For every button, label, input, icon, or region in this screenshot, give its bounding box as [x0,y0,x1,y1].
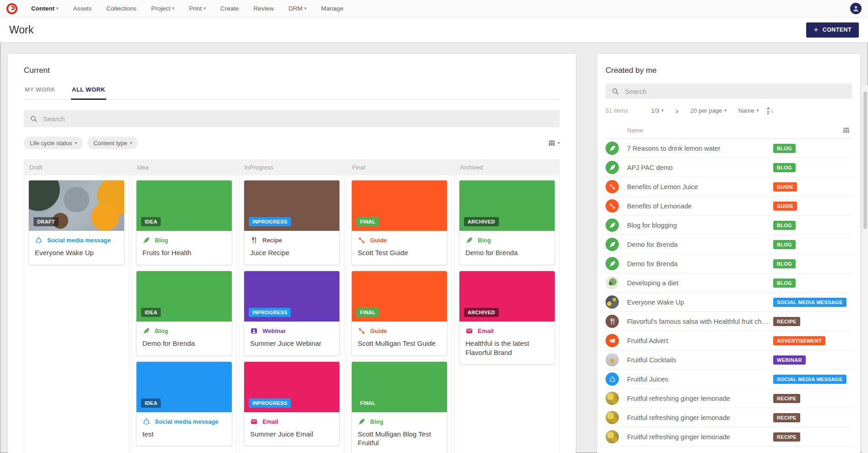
work-card[interactable]: INPROGRESSRecipeJuice Recipe [244,180,340,265]
row-thumbnail [606,161,619,174]
work-card[interactable]: ARCHIVEDBlogDemo for Brenda [459,180,555,265]
nav-item-label: Review [253,5,273,12]
share-icon [35,236,43,244]
table-row[interactable]: Blog for bloggingBLOG [606,216,852,235]
filter-content-type[interactable]: Content type▾ [87,136,138,149]
chevron-down-icon: ▾ [130,141,132,145]
table-row[interactable]: Benefits of Lemon JuiceGUIDE [606,177,852,196]
table-row[interactable]: Developing a dietBLOG [606,273,852,293]
sort-direction-button[interactable]: AZ ↓ [767,107,773,115]
work-card[interactable]: FINALGuideScott Mulligan Test Guide [351,271,448,356]
content-type-text: Blog [155,327,168,334]
page-selector[interactable]: 1/3 ▾ [651,107,664,114]
row-badge-cell: ADVERTISEMENT [773,336,852,345]
nav-items: Content▾AssetsCollectionsProject▾Print▾C… [31,5,344,12]
nav-item-drm[interactable]: DRM▾ [289,5,306,12]
chevron-down-icon: ▾ [557,141,560,145]
chevron-down-icon: ▾ [661,109,664,113]
table-row[interactable]: Fruitful refreshing ginger lemonadeRECIP… [606,408,852,427]
nav-item-manage[interactable]: Manage [321,5,344,12]
content-type-label: Guide [358,236,441,244]
nav-item-create[interactable]: Create [220,5,239,12]
work-card[interactable]: FINALGuideScott Test Guide [351,180,448,265]
cutlery-icon [609,318,616,325]
nav-item-label: Create [220,5,239,12]
next-page-button[interactable]: › [676,106,678,115]
row-thumbnail [606,430,619,443]
arrows-icon [609,183,616,191]
card-body: Social media messageEveryone Wake Up [29,231,124,265]
status-badge: INPROGRESS [249,217,291,226]
sitecore-logo-icon[interactable] [6,3,17,14]
tab-all-work[interactable]: ALL WORK [71,86,106,100]
work-card[interactable]: FINALBlogScott Mulligan Blog Test Fruitf… [351,361,448,453]
work-card[interactable]: IDEABlogFruits for Health [136,180,232,265]
table-row[interactable]: Fruitful refreshing ginger lemonadeRECIP… [606,389,852,408]
page-scrollbar[interactable] [863,85,868,453]
columns-icon[interactable] [842,126,850,134]
status-badge: INPROGRESS [249,308,291,317]
card-title: Summer Juice Webinar [250,339,333,348]
row-name: Fruitful Cocktails [627,356,773,364]
table-row[interactable]: Flavorful's famous salsa with Healthful … [606,312,852,331]
table-row[interactable]: Demo for BrendaBLOG [606,254,852,273]
name-column-header[interactable]: Name [627,127,643,134]
work-tabs: MY WORK ALL WORK [24,86,560,100]
nav-item-content[interactable]: Content▾ [31,5,59,12]
work-card[interactable]: IDEASocial media messagetest [136,361,232,447]
table-row[interactable]: 7 Reasons to drink lemon waterBLOG [606,139,852,158]
feather-icon [609,222,616,229]
nav-item-print[interactable]: Print▾ [189,5,206,12]
sort-az-icon: AZ [767,107,770,115]
add-content-button[interactable]: + CONTENT [806,22,859,38]
card-body: BlogDemo for Brenda [459,231,555,265]
row-thumbnail [606,276,619,289]
content-type-text: Social media message [155,418,218,425]
row-badge-cell: SOCIAL MEDIA MESSAGE [773,298,852,307]
card-body: GuideScott Mulligan Test Guide [352,322,447,355]
per-page-selector[interactable]: 20 per page ▾ [690,107,726,114]
table-row[interactable]: Fruitful CocktailsWEBINAR [606,350,852,370]
filter-life-cycle-status[interactable]: Life cycle status▾ [24,136,83,149]
table-row[interactable]: APJ PAC demoBLOG [606,158,852,177]
row-name: Flavorful's famous salsa with Healthful … [627,318,773,325]
content-type-badge: WEBINAR [773,355,806,365]
content-type-text: Recipe [262,237,282,244]
created-search-input[interactable] [625,87,846,95]
table-row[interactable]: Demo for BrendaBLOG [606,235,852,254]
table-row[interactable]: Fruitful JuicesSOCIAL MEDIA MESSAGE [606,370,852,389]
nav-item-review[interactable]: Review [253,5,273,12]
sort-field-selector[interactable]: Name ▾ [738,107,759,114]
work-card[interactable]: ARCHIVEDEmailHealthful is the latest Fla… [459,271,555,365]
card-preview: ARCHIVED [459,271,555,322]
work-card[interactable]: IDEABlogDemo for Brenda [136,271,232,356]
row-badge-cell: GUIDE [773,202,852,211]
nav-item-assets[interactable]: Assets [73,5,92,12]
scrollbar-thumb[interactable] [863,92,867,229]
row-thumbnail [606,142,619,155]
work-search-input[interactable] [43,115,554,123]
work-card[interactable]: INPROGRESSWebinarSummer Juice Webinar [244,271,340,356]
card-title: Healthful is the latest Flavorful Brand [465,339,549,357]
row-name: Fruitful refreshing ginger lemonade [627,395,773,402]
user-avatar[interactable] [850,3,862,14]
column-options-button[interactable]: ▾ [548,139,560,147]
nav-item-collections[interactable]: Collections [106,5,136,12]
table-row[interactable]: Fruitful AdvertADVERTISEMENT [606,331,852,350]
columns-icon [548,139,556,147]
content-type-badge: GUIDE [773,202,797,211]
feather-icon [142,236,150,244]
status-badge: ARCHIVED [464,308,499,317]
table-row[interactable]: Fruitful refreshing ginger lemonadeRECIP… [606,427,852,447]
work-search [24,110,560,127]
row-thumbnail [606,334,619,347]
work-card[interactable]: INPROGRESSEmailSummer Juice Email [244,361,340,447]
table-row[interactable]: Everyone Wake UpSOCIAL MEDIA MESSAGE [606,293,852,312]
work-card[interactable]: DRAFTSocial media messageEveryone Wake U… [28,180,125,265]
tab-my-work[interactable]: MY WORK [24,86,56,100]
nav-item-project[interactable]: Project▾ [151,5,175,12]
per-page-value: 20 per page [690,107,722,114]
row-badge-cell: RECIPE [773,432,852,442]
table-row[interactable]: Benefits of LemonadeGUIDE [606,196,852,216]
row-badge-cell: BLOG [773,259,852,268]
